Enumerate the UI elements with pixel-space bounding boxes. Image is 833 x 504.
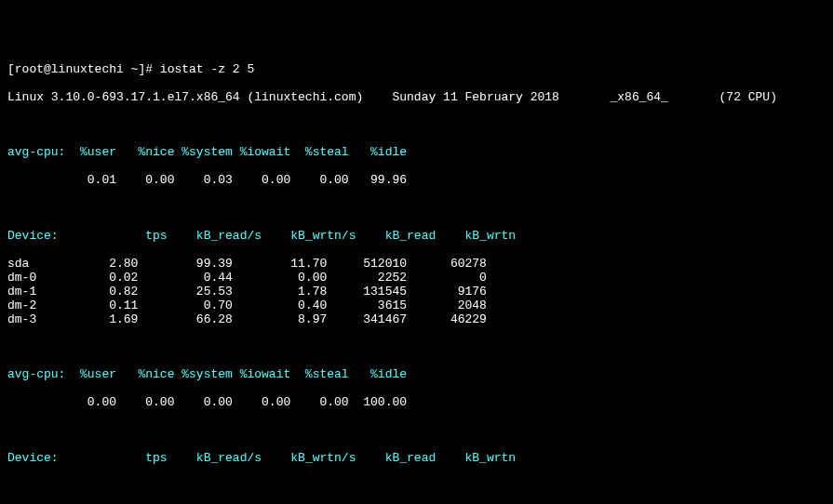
device-row: dm-1 0.82 25.53 1.78 131545 9176 [7,285,826,299]
blank-line [7,202,826,216]
blank-line [7,341,826,355]
cpu-values-1: 0.01 0.00 0.03 0.00 0.00 99.96 [7,174,826,188]
device-row: dm-2 0.11 0.70 0.40 3615 2048 [7,299,826,313]
device-table-1: sda 2.80 99.39 11.70 512010 60278dm-0 0.… [7,258,826,327]
blank-line [7,480,826,494]
device-row: sda 2.80 99.39 11.70 512010 60278 [7,258,826,272]
device-row: dm-3 1.69 66.28 8.97 341467 46229 [7,313,826,327]
command-text: iostat -z 2 5 [160,62,254,76]
blank-line [7,424,826,438]
device-header: Device: tps kB_read/s kB_wrtn/s kB_read … [7,230,826,244]
blank-line [7,119,826,133]
device-header: Device: tps kB_read/s kB_wrtn/s kB_read … [7,452,826,466]
device-row: dm-0 0.02 0.44 0.00 2252 0 [7,272,826,285]
system-info-line: Linux 3.10.0-693.17.1.el7.x86_64 (linuxt… [7,91,826,105]
cpu-header: avg-cpu: %user %nice %system %iowait %st… [7,368,826,382]
shell-prompt: [root@linuxtechi ~]# [7,62,160,76]
prompt-line: [root@linuxtechi ~]# iostat -z 2 5 [7,63,826,77]
cpu-values-2: 0.00 0.00 0.00 0.00 0.00 100.00 [7,396,826,410]
cpu-header: avg-cpu: %user %nice %system %iowait %st… [7,146,826,160]
